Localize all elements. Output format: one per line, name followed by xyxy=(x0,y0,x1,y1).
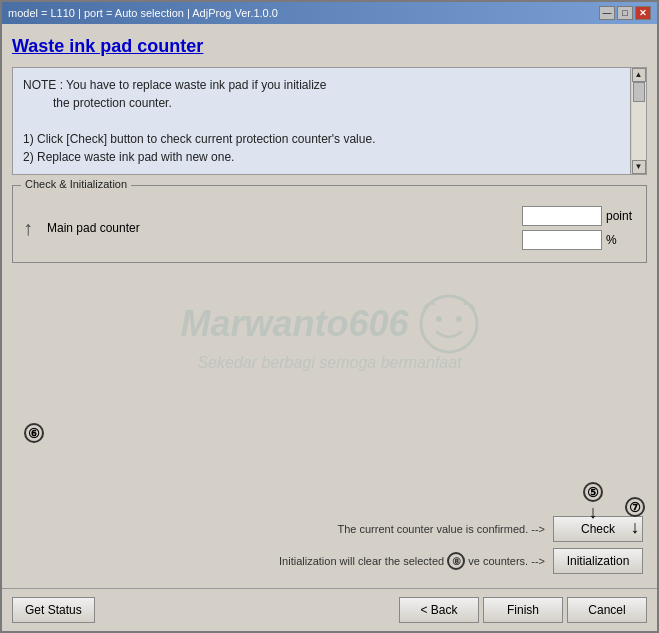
main-pad-counter-row: ↑ Main pad counter point % xyxy=(23,202,636,254)
scroll-up-arrow[interactable]: ▲ xyxy=(632,68,646,82)
init-action-text: Initialization will clear the selected ⑧… xyxy=(279,552,545,570)
percent-input[interactable] xyxy=(522,230,602,250)
annotation-6: ⑥ xyxy=(24,423,44,443)
annotation-6-area: ⑥ xyxy=(24,423,44,443)
svg-point-2 xyxy=(456,316,462,322)
percent-unit: % xyxy=(606,233,636,247)
back-button[interactable]: < Back xyxy=(399,597,479,623)
maximize-button[interactable]: □ xyxy=(617,6,633,20)
watermark-text2: Sekedar berbagi semoga bermanfaat xyxy=(180,354,478,372)
window-title: model = L110 | port = Auto selection | A… xyxy=(8,7,278,19)
title-bar: model = L110 | port = Auto selection | A… xyxy=(2,2,657,24)
content-area: Waste ink pad counter NOTE : You have to… xyxy=(2,24,657,588)
cancel-button[interactable]: Cancel xyxy=(567,597,647,623)
note-line-3 xyxy=(23,112,618,130)
arrow-down-5: ↓ xyxy=(589,502,598,523)
arrow-down-7: ↓ xyxy=(631,517,640,538)
finish-button[interactable]: Finish xyxy=(483,597,563,623)
annotation-7-area: ⑦ ↓ xyxy=(625,497,645,538)
note-line-1: NOTE : You have to replace waste ink pad… xyxy=(23,76,618,94)
svg-point-0 xyxy=(421,296,477,352)
percent-input-row: % xyxy=(522,230,636,250)
input-fields: point % xyxy=(522,206,636,250)
check-action-text: The current counter value is confirmed. … xyxy=(337,523,545,535)
check-initialization-section: Check & Initialization ↑ Main pad counte… xyxy=(12,185,647,263)
watermark-text1: Marwanto606 xyxy=(180,303,408,345)
note-line-4: 1) Click [Check] button to check current… xyxy=(23,130,618,148)
action-area: ⑤ ↓ The current counter value is confirm… xyxy=(12,392,647,580)
initialization-button[interactable]: Initialization xyxy=(553,548,643,574)
annotation-7: ⑦ xyxy=(625,497,645,517)
note-line-5: 2) Replace waste ink pad with new one. xyxy=(23,148,618,166)
get-status-button[interactable]: Get Status xyxy=(12,597,95,623)
watermark-smiley-icon xyxy=(419,294,479,354)
note-box: NOTE : You have to replace waste ink pad… xyxy=(12,67,647,175)
check-action-row: The current counter value is confirmed. … xyxy=(12,516,647,542)
note-scrollbar[interactable]: ▲ ▼ xyxy=(630,68,646,174)
svg-point-1 xyxy=(436,316,442,322)
scroll-down-arrow[interactable]: ▼ xyxy=(632,160,646,174)
note-line-2: the protection counter. xyxy=(23,94,618,112)
title-bar-controls: — □ ✕ xyxy=(599,6,651,20)
init-action-row: Initialization will clear the selected ⑧… xyxy=(12,548,647,574)
annotation-5: ⑤ xyxy=(583,482,603,502)
annotation-5-area: ⑤ ↓ xyxy=(583,482,603,523)
up-arrow-icon: ↑ xyxy=(23,217,33,240)
page-title: Waste ink pad counter xyxy=(12,32,647,61)
section-legend: Check & Initialization xyxy=(21,178,131,190)
scroll-track xyxy=(632,82,646,160)
bottom-center-buttons: < Back Finish Cancel xyxy=(399,597,647,623)
main-pad-label: Main pad counter xyxy=(47,221,516,235)
point-unit: point xyxy=(606,209,636,223)
note-content: NOTE : You have to replace waste ink pad… xyxy=(23,76,636,166)
close-button[interactable]: ✕ xyxy=(635,6,651,20)
point-input-row: point xyxy=(522,206,636,226)
scroll-thumb[interactable] xyxy=(633,82,645,102)
main-window: model = L110 | port = Auto selection | A… xyxy=(0,0,659,633)
bottom-bar: Get Status < Back Finish Cancel xyxy=(2,588,657,631)
watermark: Marwanto606 Sekedar berbagi semoga berma… xyxy=(180,294,478,372)
annotation-8: ⑧ xyxy=(447,552,465,570)
point-input[interactable] xyxy=(522,206,602,226)
minimize-button[interactable]: — xyxy=(599,6,615,20)
